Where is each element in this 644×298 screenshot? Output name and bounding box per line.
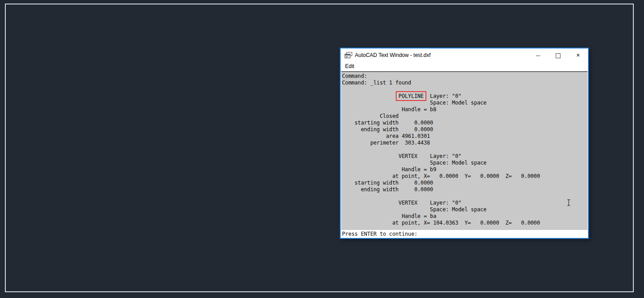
title-bar[interactable]: AutoCAD Text Window - test.dxf — □ ✕ [341, 48, 588, 62]
text-window-icon [345, 52, 352, 59]
minimize-button[interactable]: — [528, 48, 548, 62]
input-prompt: Press ENTER to continue: [342, 231, 417, 237]
caption-buttons: — □ ✕ [528, 48, 588, 62]
close-icon: ✕ [576, 52, 580, 58]
close-button[interactable]: ✕ [568, 48, 588, 62]
menu-bar: Edit [341, 62, 588, 71]
console-output: Command: Command: _list 1 found POLYLINE… [341, 72, 588, 226]
polyline-highlight-box: POLYLINE [396, 91, 426, 101]
autocad-text-window: AutoCAD Text Window - test.dxf — □ ✕ Edi… [340, 48, 589, 239]
maximize-icon: □ [555, 52, 561, 59]
minimize-icon: — [536, 52, 541, 58]
menu-edit[interactable]: Edit [341, 62, 358, 71]
console-area[interactable]: Command: Command: _list 1 found POLYLINE… [341, 71, 588, 230]
window-title: AutoCAD Text Window - test.dxf [355, 52, 528, 58]
maximize-button[interactable]: □ [548, 48, 568, 62]
i-beam-text-cursor [567, 199, 571, 206]
command-input-line[interactable]: Press ENTER to continue: [341, 230, 588, 238]
